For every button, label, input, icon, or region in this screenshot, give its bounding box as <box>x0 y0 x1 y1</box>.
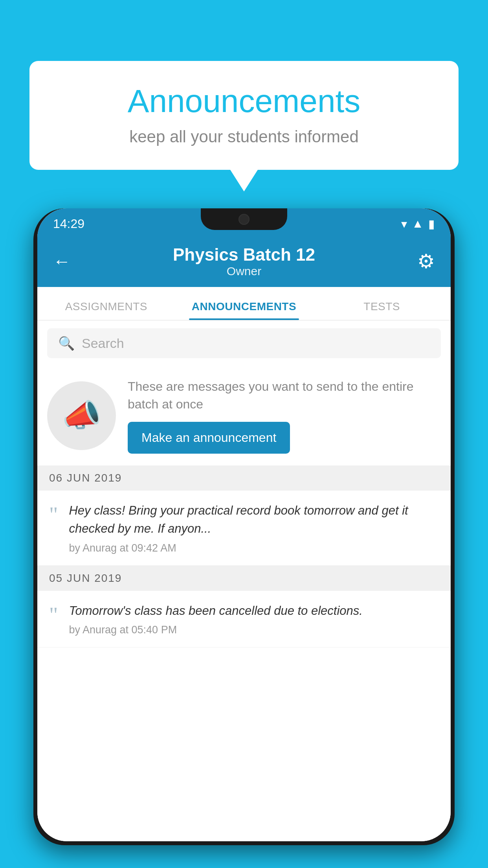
phone-container: 14:29 ▾ ▲ ▮ ← Physics Batch 12 Owner ⚙ <box>33 208 455 868</box>
search-bar[interactable]: 🔍 Search <box>47 328 441 358</box>
status-icons: ▾ ▲ ▮ <box>401 217 435 231</box>
announcement-meta-1: by Anurag at 09:42 AM <box>69 542 439 554</box>
announcement-item-1[interactable]: " Hey class! Bring your practical record… <box>37 491 451 566</box>
signal-icon: ▲ <box>412 217 424 230</box>
megaphone-icon: 📣 <box>62 397 101 434</box>
quote-icon-2: " <box>49 604 58 625</box>
header-title-area: Physics Batch 12 Owner <box>173 245 315 278</box>
speech-bubble-arrow <box>230 170 258 191</box>
batch-name: Physics Batch 12 <box>173 245 315 265</box>
battery-icon: ▮ <box>428 217 435 231</box>
phone-notch <box>201 208 287 230</box>
promo-content: These are messages you want to send to t… <box>128 378 441 454</box>
speech-bubble-area: Announcements keep all your students inf… <box>29 61 459 191</box>
speech-bubble-title: Announcements <box>53 83 435 120</box>
search-container: 🔍 Search <box>37 320 451 366</box>
promo-card: 📣 These are messages you want to send to… <box>37 366 451 465</box>
announcement-text-2: Tomorrow's class has been cancelled due … <box>69 602 439 620</box>
user-role: Owner <box>173 265 315 278</box>
back-button[interactable]: ← <box>53 251 71 272</box>
announcement-content-1: Hey class! Bring your practical record b… <box>69 502 439 554</box>
speech-bubble: Announcements keep all your students inf… <box>29 61 459 170</box>
search-icon: 🔍 <box>58 335 75 351</box>
date-separator-1: 06 JUN 2019 <box>37 465 451 491</box>
tab-announcements[interactable]: ANNOUNCEMENTS <box>175 300 313 320</box>
quote-icon-1: " <box>49 504 58 525</box>
front-camera <box>238 214 250 225</box>
phone-frame: 14:29 ▾ ▲ ▮ ← Physics Batch 12 Owner ⚙ <box>33 208 455 845</box>
announcement-meta-2: by Anurag at 05:40 PM <box>69 624 439 636</box>
settings-icon[interactable]: ⚙ <box>417 250 435 273</box>
tab-bar: ASSIGNMENTS ANNOUNCEMENTS TESTS <box>37 287 451 320</box>
announcement-text-1: Hey class! Bring your practical record b… <box>69 502 439 538</box>
make-announcement-button[interactable]: Make an announcement <box>128 422 290 454</box>
tab-tests[interactable]: TESTS <box>313 300 451 320</box>
status-time: 14:29 <box>53 217 84 231</box>
promo-description: These are messages you want to send to t… <box>128 378 441 413</box>
speech-bubble-subtitle: keep all your students informed <box>53 127 435 146</box>
wifi-icon: ▾ <box>401 217 407 231</box>
tab-assignments[interactable]: ASSIGNMENTS <box>37 300 175 320</box>
search-placeholder: Search <box>82 336 124 351</box>
app-header: ← Physics Batch 12 Owner ⚙ <box>37 236 451 287</box>
promo-icon-circle: 📣 <box>47 381 116 450</box>
content-area: 🔍 Search 📣 These are messages you want t… <box>37 320 451 841</box>
announcement-content-2: Tomorrow's class has been cancelled due … <box>69 602 439 636</box>
announcement-item-2[interactable]: " Tomorrow's class has been cancelled du… <box>37 591 451 648</box>
date-separator-2: 05 JUN 2019 <box>37 566 451 591</box>
phone-screen: 14:29 ▾ ▲ ▮ ← Physics Batch 12 Owner ⚙ <box>37 208 451 841</box>
